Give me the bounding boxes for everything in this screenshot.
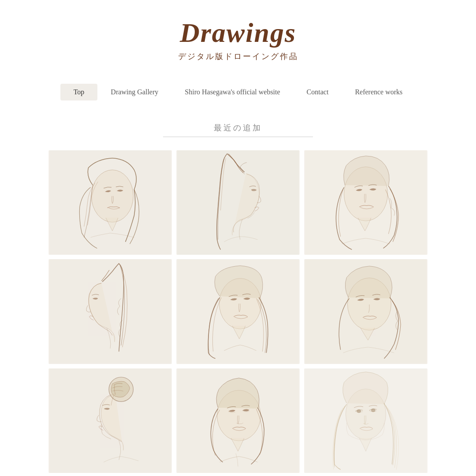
nav-item-gallery[interactable]: Drawing Gallery <box>97 84 171 100</box>
nav-item-official[interactable]: Shiro Hasegawa's official website <box>171 84 293 100</box>
section-heading: 最近の追加 <box>0 123 476 137</box>
gallery-item-2[interactable] <box>176 150 300 255</box>
gallery-item-6[interactable] <box>304 259 428 364</box>
nav-item-contact[interactable]: Contact <box>294 84 342 100</box>
svg-point-17 <box>371 409 376 412</box>
section-divider <box>163 137 313 137</box>
nav-item-top[interactable]: Top <box>60 84 98 100</box>
gallery-item-4[interactable] <box>48 259 172 364</box>
gallery-item-3[interactable] <box>304 150 428 255</box>
gallery-item-8[interactable] <box>176 368 300 473</box>
gallery-item-7[interactable] <box>48 368 172 473</box>
site-title: Drawings <box>9 18 467 48</box>
gallery-item-5[interactable] <box>176 259 300 364</box>
gallery-grid <box>0 150 476 473</box>
site-header: Drawings デジタル版ドローイング作品 <box>0 0 476 71</box>
gallery-item-9[interactable] <box>304 368 428 473</box>
svg-point-1 <box>91 170 133 223</box>
gallery-item-1[interactable] <box>48 150 172 255</box>
main-nav: Top Drawing Gallery Shiro Hasegawa's off… <box>0 84 476 100</box>
svg-point-16 <box>357 409 361 413</box>
site-subtitle: デジタル版ドローイング作品 <box>9 51 467 62</box>
nav-item-reference[interactable]: Reference works <box>342 84 416 100</box>
section-title: 最近の追加 <box>0 123 476 133</box>
